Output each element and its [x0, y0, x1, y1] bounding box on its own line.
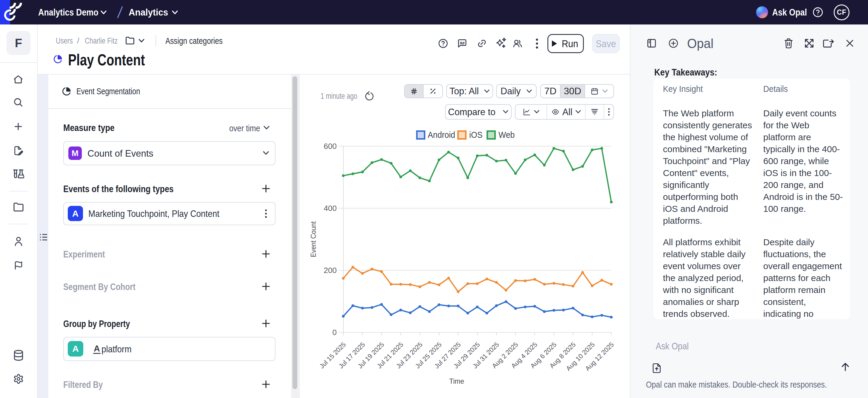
svg-text:600: 600 — [324, 142, 337, 151]
svg-text:0: 0 — [333, 328, 337, 337]
svg-text:400: 400 — [324, 204, 337, 213]
svg-text:Event Count: Event Count — [309, 221, 317, 257]
svg-text:200: 200 — [324, 266, 337, 275]
svg-text:Time: Time — [449, 377, 464, 385]
